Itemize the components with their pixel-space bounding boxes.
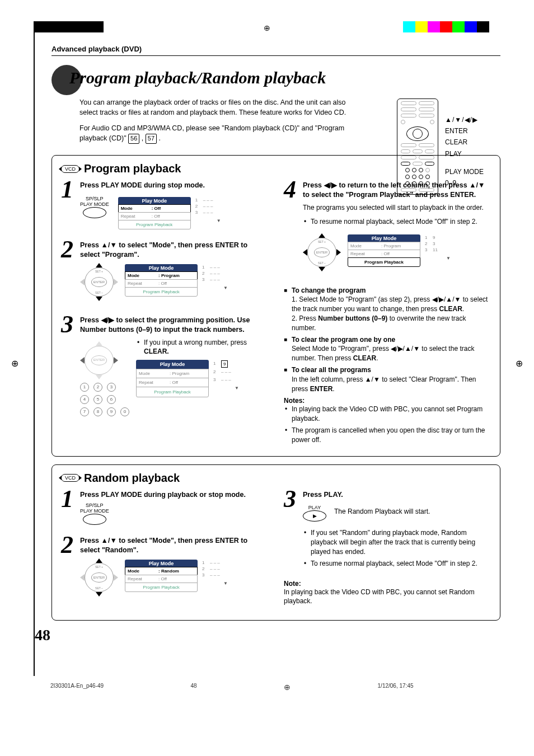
program-step-2: 2 Press ▲/▼ to select "Mode", then press… — [61, 241, 268, 304]
program-step-4: 4 Press ◀/▶ to return to the left column… — [284, 181, 491, 274]
clearall-text: In the left column, press ▲/▼ to select … — [292, 375, 491, 394]
right-register-icon: ⊕ — [516, 358, 523, 369]
step-4-body1: The programs you selected will start to … — [303, 203, 491, 213]
osd-random: Play Mode Mode: Random Repeat: Off Progr… — [125, 560, 227, 600]
step-4-body2: To resume normal playback, select Mode "… — [311, 217, 491, 227]
program-heading: Program playback — [84, 162, 181, 175]
page-ref-56: 56 — [128, 134, 139, 144]
color-bars — [403, 21, 489, 32]
clearall-heading: To clear all the programs In the left co… — [292, 365, 491, 393]
step-number-2: 2 — [61, 237, 73, 262]
clearone-text: Select Mode to "Program", press ◀/▶/▲/▼ … — [292, 344, 491, 363]
osd-step3: Play Mode Mode: Program Repeat: Off Prog… — [136, 360, 268, 397]
random-note-text: In playing back the Video CD with PBC, y… — [284, 588, 491, 607]
vcd-badge: VCD — [61, 165, 79, 173]
print-registration: ⊕ — [0, 21, 534, 37]
step-number-3: 3 — [61, 312, 73, 337]
change-line2: 2. Press Number buttons (0–9) to overwri… — [292, 314, 491, 333]
random-step-3: 3 Press PLAY. PLAY ▶ The Random Playback… — [284, 490, 491, 569]
program-step-1: 1 Press PLAY MODE during stop mode. SP/S… — [61, 181, 268, 229]
play-button-icon: PLAY ▶ — [303, 505, 326, 522]
page-number: 48 — [35, 626, 500, 644]
enter-dpad-icon-3: ENTER SET +SET – — [80, 558, 118, 597]
change-heading: To change the program 1. Select Mode to … — [292, 286, 491, 333]
label-dpad: ▲/▼/◀/▶ — [445, 115, 484, 124]
page-title: Program playback/Random playback — [69, 65, 500, 91]
step-4-head: Press ◀/▶ to return to the left column, … — [303, 181, 491, 200]
program-note-2: The program is cancelled when you open t… — [292, 426, 491, 445]
intro-text: You can arrange the playback order of tr… — [79, 97, 349, 144]
enter-dpad-icon-grey: ENTER — [80, 341, 118, 379]
center-register-icon: ⊕ — [264, 24, 270, 32]
footer-page: 48 — [191, 683, 197, 692]
osd-step1: Play Mode Mode: Off Repeat: Off Program … — [118, 197, 220, 229]
random-step2-head: Press ▲/▼ to select "Mode", then press E… — [80, 536, 268, 555]
program-step-3: 3 Press ◀/▶ to select the programming po… — [61, 316, 268, 416]
random-step-1: 1 Press PLAY MODE during playback or sto… — [61, 490, 268, 525]
section-header: Advanced playback (DVD) — [51, 45, 500, 56]
program-note-1: In playing back the Video CD with PBC, y… — [292, 405, 491, 424]
footer-date: 1/12/06, 17:45 — [378, 683, 414, 692]
enter-dpad-icon: ENTER SET + SET – — [80, 263, 118, 301]
print-footer: 2I30301A-En_p46-49 48 ⊕ 1/12/06, 17:45 — [50, 683, 500, 692]
osd-step2: Play Mode Mode: Program Repeat: Off Prog… — [125, 264, 227, 297]
random-bullet-2: To resume normal playback, select Mode "… — [311, 559, 491, 569]
label-clear: CLEAR — [445, 138, 484, 147]
vcd-badge-2: VCD — [61, 474, 79, 482]
step-3-head: Press ◀/▶ to select the programming posi… — [80, 316, 268, 335]
step-number-1: 1 — [61, 177, 73, 202]
random-playback-section: VCD Random playback 1 Press PLAY MODE du… — [51, 464, 500, 621]
step3-note: If you input a wrong number, press CLEAR… — [144, 338, 268, 357]
playmode-button-icon-2: SP/SLPPLAY MODE — [80, 503, 109, 525]
step-2-head: Press ▲/▼ to select "Mode", then press E… — [80, 241, 268, 260]
left-register-icon: ⊕ — [11, 358, 18, 369]
intro-paragraph-2: For Audio CD and MP3/WMA CD, please see … — [79, 123, 349, 144]
clearone-heading: To clear the program one by one Select M… — [292, 335, 491, 363]
dpad-icon — [406, 126, 429, 141]
black-bar — [34, 21, 104, 32]
program-playback-section: VCD Program playback 1 Press PLAY MODE d… — [51, 155, 500, 456]
page-ref-57: 57 — [146, 134, 157, 144]
random-step3-body: The Random Playback will start. — [334, 508, 430, 515]
label-enter: ENTER — [445, 126, 484, 135]
step-1-head: Press PLAY MODE during stop mode. — [80, 181, 268, 190]
intro-paragraph-1: You can arrange the playback order of tr… — [79, 97, 349, 118]
random-bullet-1: If you set "Random" during playback mode… — [311, 528, 491, 556]
random-step1-head: Press PLAY MODE during playback or stop … — [80, 490, 268, 500]
number-pad-icon: 123 456 7890 — [80, 383, 130, 416]
step-number-4: 4 — [284, 177, 296, 202]
enter-dpad-icon-2: ENTER SET +SET – — [303, 233, 341, 271]
osd-step4: Play Mode Mode: Program Repeat: Off Prog… — [348, 234, 449, 275]
bottom-register-icon: ⊕ — [284, 683, 291, 692]
random-step3-head: Press PLAY. — [303, 490, 491, 500]
change-line1: 1. Select Mode to "Program" (as step 2),… — [292, 295, 491, 314]
program-notes-heading: Notes: — [284, 397, 491, 405]
random-heading: Random playback — [84, 472, 180, 485]
random-step-2: 2 Press ▲/▼ to select "Mode", then press… — [61, 536, 268, 600]
footer-filename: 2I30301A-En_p46-49 — [50, 683, 104, 692]
playmode-button-icon: SP/SLP PLAY MODE — [80, 196, 109, 218]
random-note-heading: Note: — [284, 580, 491, 588]
